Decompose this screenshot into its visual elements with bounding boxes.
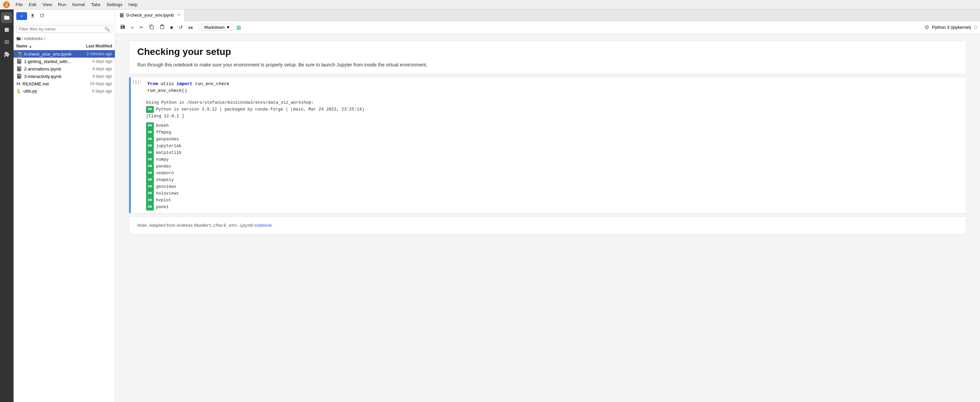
- menu-tabs[interactable]: Tabs: [88, 2, 103, 8]
- output-package-line: OK hvplot: [146, 197, 966, 204]
- file-modified: 24 days ago: [75, 81, 112, 86]
- package-name: hvplot: [156, 197, 171, 204]
- output-package-line: OK bokeh: [146, 122, 966, 129]
- breadcrumb-text[interactable]: / notebooks /: [22, 36, 45, 41]
- notebook-area: 📓 0-check_your_env.ipynb ✕ + ✂ ■ ↺ ⏭ Ma: [115, 10, 980, 402]
- ok-badge: OK: [146, 156, 154, 163]
- file-modified: 4 days ago: [75, 67, 112, 71]
- file-icon: 📓: [16, 59, 22, 64]
- cell-type-selector[interactable]: Markdown ▼: [201, 24, 234, 31]
- menu-settings[interactable]: Settings: [104, 2, 125, 8]
- file-item[interactable]: M README.md 24 days ago: [14, 80, 115, 88]
- ok-badge: OK: [146, 170, 154, 177]
- package-name: seaborn: [156, 170, 174, 177]
- paste-button[interactable]: [158, 23, 167, 32]
- package-name: holoviews: [156, 190, 179, 197]
- code-cell-input: [1]: from utils import run_env_check run…: [129, 77, 966, 97]
- file-item[interactable]: 📓 0-check_your_env.ipynb 2 minutes ago: [14, 50, 115, 57]
- file-item[interactable]: 📓 3-interactivity.ipynb 4 days ago: [14, 73, 115, 80]
- file-item[interactable]: 🐍 utils.py 6 days ago: [14, 88, 115, 94]
- tab-close[interactable]: ✕: [177, 13, 180, 17]
- sidebar-item-running[interactable]: [2, 24, 12, 35]
- output-package-line: OK ffmpeg: [146, 129, 966, 136]
- restart-button[interactable]: ↺: [177, 23, 185, 32]
- menubar: J File Edit View Run Kernel Tabs Setting…: [0, 0, 980, 10]
- search-icon: 🔍: [104, 26, 110, 32]
- code-output: Using Python in /Users/stefanie/minicond…: [146, 97, 966, 213]
- ok-badge: OK: [146, 122, 154, 129]
- sidebar-item-commands[interactable]: [2, 37, 12, 48]
- file-modified: 6 days ago: [75, 89, 112, 94]
- search-box[interactable]: 🔍: [16, 25, 112, 33]
- cut-button[interactable]: ✂: [137, 23, 146, 32]
- file-icon: 📓: [16, 51, 22, 57]
- notebook-content: Checking your setup Run through this not…: [115, 34, 980, 402]
- menu-run[interactable]: Run: [55, 2, 69, 8]
- menu-file[interactable]: File: [13, 2, 25, 8]
- package-name: pandas: [156, 163, 171, 170]
- output-package-line: OK seaborn: [146, 170, 966, 177]
- output-package-line: OK jupyterlab: [146, 143, 966, 150]
- footer-text-1: Note: Adapted from Andreas Mueller's: [137, 223, 212, 228]
- output-package-line: OK geoviews: [146, 183, 966, 190]
- app-logo: J: [3, 1, 10, 8]
- notebook-title: Checking your setup: [137, 46, 958, 57]
- grid-icon[interactable]: ▦: [236, 24, 241, 30]
- markdown-cell-footer: Note: Adapted from Andreas Mueller's che…: [129, 216, 966, 234]
- toolbar-right: ⚙ Python 3 (ipykernel): [924, 24, 977, 30]
- code-input[interactable]: from utils import run_env_check run_env_…: [146, 79, 966, 95]
- menu-kernel[interactable]: Kernel: [70, 2, 88, 8]
- file-item[interactable]: 📓 2-animations.ipynb 4 days ago: [14, 65, 115, 73]
- notebook-toolbar: + ✂ ■ ↺ ⏭ Markdown ▼ ▦ ⚙ Python 3 (ipyke…: [115, 21, 980, 34]
- tab-icon: 📓: [119, 13, 124, 18]
- ok-badge: OK: [146, 129, 154, 136]
- stop-button[interactable]: ■: [168, 23, 175, 31]
- icon-sidebar: [0, 10, 14, 402]
- search-input[interactable]: [19, 26, 104, 32]
- upload-button[interactable]: [29, 11, 37, 21]
- run-all-button[interactable]: ⏭: [186, 23, 196, 31]
- file-panel-toolbar: +: [14, 10, 115, 23]
- copy-button[interactable]: [147, 23, 156, 32]
- footer-note: Note: Adapted from Andreas Mueller's che…: [137, 222, 958, 229]
- breadcrumb: / notebooks /: [14, 35, 115, 42]
- sort-icon: ▲: [29, 45, 32, 48]
- menu-view[interactable]: View: [40, 2, 54, 8]
- sidebar-item-extensions[interactable]: [2, 49, 12, 60]
- file-item[interactable]: 📓 1-getting_started_with... 4 days ago: [14, 57, 115, 65]
- svg-text:J: J: [5, 3, 8, 8]
- file-list: 📓 0-check_your_env.ipynb 2 minutes ago 📓…: [14, 50, 115, 402]
- column-modified[interactable]: Last Modified: [75, 44, 112, 48]
- output-line-3: [Clang 12.0.1 ]: [146, 113, 966, 120]
- output-packages: OK bokehOK ffmpegOK geopandasOK jupyterl…: [146, 122, 966, 211]
- add-cell-button[interactable]: +: [129, 23, 136, 31]
- refresh-button[interactable]: [38, 11, 46, 21]
- save-button[interactable]: [118, 23, 127, 32]
- notebook-subtitle: Run through this notebook to make sure y…: [137, 61, 958, 69]
- ok-badge: OK: [146, 197, 154, 204]
- file-name: utils.py: [23, 88, 73, 94]
- settings-icon[interactable]: ⚙: [924, 24, 929, 30]
- keyword-import: import: [177, 81, 192, 86]
- column-name[interactable]: Name ▲: [16, 44, 75, 48]
- output-line-2: OK Python is version 3.9.12 | packaged b…: [146, 106, 966, 113]
- cell-type-arrow-icon: ▼: [226, 25, 231, 30]
- file-name: 0-check_your_env.ipynb: [24, 51, 73, 57]
- ok-badge: OK: [146, 204, 154, 211]
- ok-badge: OK: [146, 143, 154, 150]
- tab-notebook[interactable]: 📓 0-check_your_env.ipynb ✕: [115, 10, 185, 21]
- package-name: shapely: [156, 177, 174, 183]
- sidebar-item-files[interactable]: [2, 12, 12, 23]
- footer-link[interactable]: notebook: [254, 223, 272, 228]
- package-name: jupyterlab: [156, 143, 181, 150]
- new-button[interactable]: +: [16, 12, 27, 20]
- code-cell-1: [1]: from utils import run_env_check run…: [129, 77, 966, 214]
- output-package-line: OK numpy: [146, 156, 966, 163]
- menu-edit[interactable]: Edit: [26, 2, 39, 8]
- menu-help[interactable]: Help: [126, 2, 140, 8]
- file-name: README.md: [22, 81, 73, 86]
- keyword-from: from: [147, 81, 158, 86]
- markdown-cell-title: Checking your setup Run through this not…: [129, 41, 966, 74]
- package-name: matplotlib: [156, 150, 181, 156]
- output-package-line: OK panel: [146, 204, 966, 211]
